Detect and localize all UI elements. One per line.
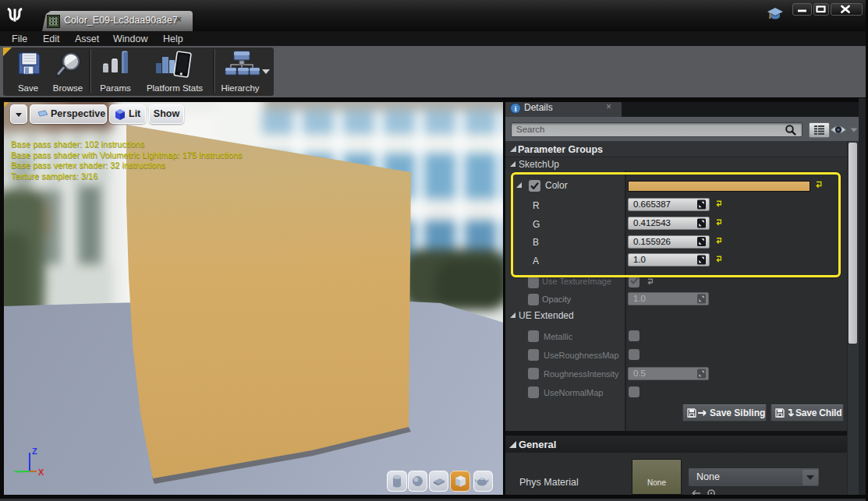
svg-text:i: i bbox=[515, 105, 517, 113]
svg-text:X: X bbox=[38, 467, 44, 477]
svg-text:Z: Z bbox=[32, 446, 37, 456]
